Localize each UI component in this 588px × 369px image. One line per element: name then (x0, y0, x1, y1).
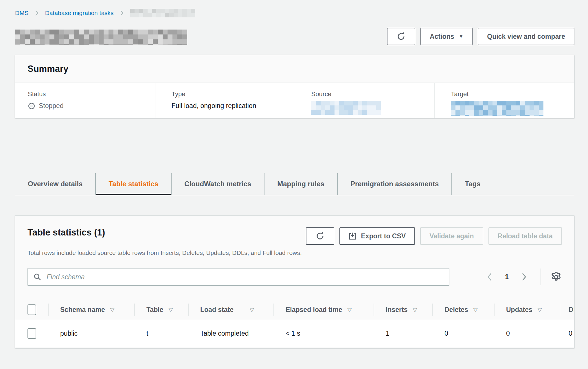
column-label: Deletes (444, 306, 468, 314)
sort-icon[interactable]: ▽ (110, 306, 115, 313)
pagination: 1 (485, 268, 562, 285)
search-icon (33, 273, 41, 281)
export-button-label: Export to CSV (361, 232, 406, 240)
table-row[interactable]: public t Table completed < 1 s 1 0 0 0 (15, 320, 574, 347)
chevron-right-icon (35, 10, 39, 16)
field-label: Type (172, 90, 289, 98)
cell-table: t (134, 320, 188, 347)
sort-icon[interactable]: ▽ (473, 306, 478, 313)
filter-row: 1 (27, 268, 562, 286)
quick-view-button-label: Quick view and compare (487, 33, 565, 41)
summary-field-target: Target (434, 83, 574, 118)
gear-icon (550, 271, 562, 283)
tab-mapping-rules[interactable]: Mapping rules (264, 173, 337, 195)
chevron-left-icon (486, 272, 493, 282)
field-label: Status (28, 90, 149, 98)
cell-deletes: 0 (432, 320, 494, 347)
table-header-row: Schema name ▽ Table ▽ Load state ▽ Elaps… (15, 300, 574, 320)
cell-elapsed-load-time: < 1 s (273, 320, 374, 347)
column-header-elapsed-load-time[interactable]: Elapsed load time ▽ (273, 300, 374, 320)
schema-search (27, 268, 449, 286)
reload-button-label: Reload table data (498, 232, 553, 240)
status-value: Stopped (28, 102, 149, 110)
quick-view-and-compare-button[interactable]: Quick view and compare (478, 28, 574, 45)
sort-icon[interactable]: ▽ (168, 306, 173, 313)
field-label: Source (311, 90, 429, 98)
table-statistics-actions: Export to CSV Validate again Reload tabl… (306, 227, 562, 245)
reload-table-data-button[interactable]: Reload table data (488, 227, 562, 245)
cell-schema-name: public (48, 320, 134, 347)
column-header-inserts[interactable]: Inserts ▽ (374, 300, 432, 320)
summary-field-type: Type Full load, ongoing replication (155, 83, 295, 118)
tab-premigration-assessments[interactable]: Premigration assessments (337, 173, 451, 195)
tab-row: Overview details Table statistics CloudW… (15, 173, 574, 195)
breadcrumb: DMS Database migration tasks (15, 9, 197, 17)
refresh-button[interactable] (387, 28, 415, 45)
status-text: Stopped (39, 102, 64, 110)
chevron-right-icon (521, 272, 527, 282)
column-label: Table (146, 306, 163, 314)
table-statistics-table: Schema name ▽ Table ▽ Load state ▽ Elaps… (15, 300, 574, 347)
stopped-icon (28, 102, 35, 110)
column-header-deletes[interactable]: Deletes ▽ (432, 300, 494, 320)
column-label: DDLs (569, 306, 574, 314)
tab-cloudwatch-metrics[interactable]: CloudWatch metrics (171, 173, 264, 195)
tab-tags[interactable]: Tags (451, 173, 493, 195)
export-to-csv-button[interactable]: Export to CSV (339, 227, 415, 245)
sort-icon[interactable]: ▽ (538, 306, 542, 313)
refresh-table-button[interactable] (306, 227, 334, 245)
table-settings-button[interactable] (550, 271, 562, 283)
next-page-button[interactable] (519, 271, 529, 283)
column-label: Updates (506, 306, 532, 314)
pagination-divider (541, 268, 541, 285)
column-label: Schema name (60, 306, 105, 314)
table-statistics-description: Total rows include loaded source table r… (27, 249, 562, 256)
dms-task-page: DMS Database migration tasks Actions ▼ (0, 0, 588, 369)
previous-page-button[interactable] (485, 271, 495, 283)
table-statistics-header: Table statistics (1) (15, 216, 574, 286)
refresh-icon (316, 232, 324, 240)
column-label: Elapsed load time (286, 306, 342, 314)
cell-ddls: 0 (560, 320, 574, 347)
header-actions: Actions ▼ Quick view and compare (387, 28, 574, 45)
actions-button[interactable]: Actions ▼ (420, 28, 473, 45)
column-header-updates[interactable]: Updates ▽ (494, 300, 560, 320)
column-header-schema-name[interactable]: Schema name ▽ (48, 300, 134, 320)
breadcrumb-link-migration-tasks[interactable]: Database migration tasks (45, 10, 114, 17)
column-label: Load state (200, 306, 234, 314)
row-checkbox[interactable] (27, 328, 36, 339)
select-all-cell (15, 300, 48, 320)
table-statistics-title: Table statistics (1) (27, 227, 105, 238)
breadcrumb-current-redacted (130, 9, 197, 17)
table-statistics-card: Table statistics (1) (15, 215, 574, 348)
select-all-checkbox[interactable] (27, 304, 36, 315)
summary-card-header: Summary (15, 55, 574, 83)
tab-table-statistics[interactable]: Table statistics (95, 173, 171, 195)
current-page-number[interactable]: 1 (505, 273, 509, 281)
summary-field-status: Status Stopped (15, 83, 155, 118)
cell-load-state: Table completed (188, 320, 273, 347)
page-title-redacted (15, 30, 189, 45)
source-value-redacted (311, 101, 381, 115)
find-schema-input[interactable] (27, 268, 449, 286)
sort-icon[interactable]: ▽ (250, 306, 254, 313)
download-icon (349, 232, 357, 240)
target-value-redacted (451, 101, 544, 116)
breadcrumb-link-dms[interactable]: DMS (15, 10, 29, 17)
column-header-ddls[interactable]: DDLs (560, 300, 574, 320)
sort-icon[interactable]: ▽ (348, 306, 352, 313)
caret-down-icon: ▼ (459, 34, 463, 39)
summary-title: Summary (27, 64, 68, 74)
column-header-table[interactable]: Table ▽ (134, 300, 188, 320)
validate-button-label: Validate again (429, 232, 474, 240)
sort-icon[interactable]: ▽ (413, 306, 417, 313)
field-label: Target (451, 90, 568, 98)
column-header-load-state[interactable]: Load state ▽ (188, 300, 273, 320)
column-label: Inserts (386, 306, 407, 314)
tab-overview-details[interactable]: Overview details (15, 173, 95, 195)
cell-inserts: 1 (374, 320, 432, 347)
task-detail-tabs: Overview details Table statistics CloudW… (15, 173, 574, 195)
page-header: Actions ▼ Quick view and compare (15, 28, 574, 45)
summary-body: Status Stopped Type Full load, ongoing r… (15, 83, 574, 118)
validate-again-button[interactable]: Validate again (420, 227, 483, 245)
